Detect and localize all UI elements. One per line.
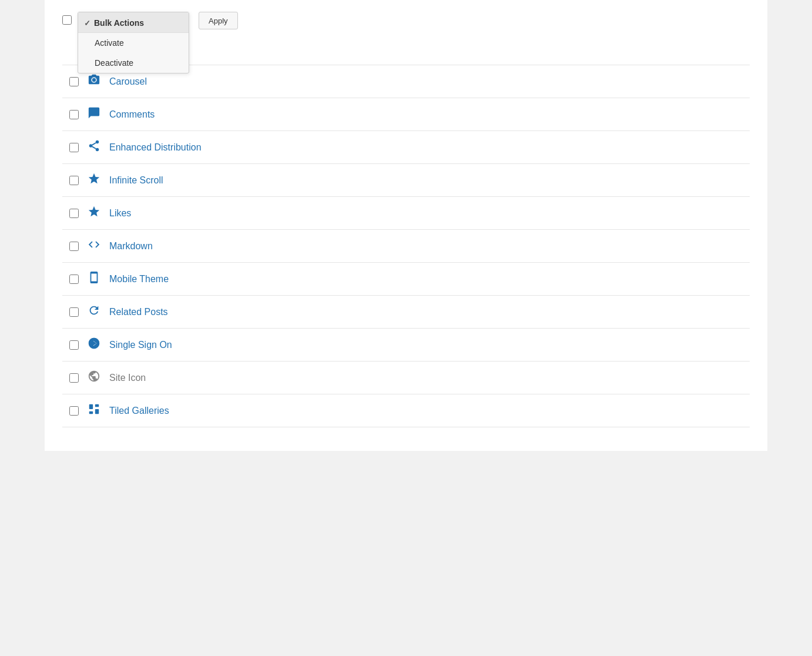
plugin-name-single-sign-on[interactable]: Single Sign On [109,340,172,350]
plugin-name-infinite-scroll[interactable]: Infinite Scroll [109,175,163,186]
plugin-cell-markdown: Markdown [62,230,750,262]
table-row: Single Sign On [62,329,750,362]
svg-point-3 [96,148,99,151]
plugin-cell-comments: Comments [62,98,750,130]
refresh-icon [87,304,101,320]
plugin-cell-single-sign-on: Single Sign On [62,329,750,361]
chat-icon [87,106,101,122]
svg-line-4 [92,146,96,149]
globe-icon [87,370,101,386]
plugin-cell-site-icon: Site Icon [62,362,750,394]
plugin-name-related-posts[interactable]: Related Posts [109,307,168,317]
plugin-name-tiled-galleries[interactable]: Tiled Galleries [109,406,169,416]
checkmark-icon: ✓ [84,19,90,28]
table-row: Infinite Scroll [62,164,750,197]
checkbox-enhanced-distribution[interactable] [69,143,79,152]
page-wrapper: ✓ Bulk Actions Activate Deactivate Apply… [45,0,767,451]
table-row: Related Posts [62,296,750,329]
plugin-name-likes[interactable]: Likes [109,208,131,219]
plugin-name-markdown[interactable]: Markdown [109,241,153,252]
svg-point-0 [92,78,96,82]
checkbox-single-sign-on[interactable] [69,340,79,350]
plugin-cell-mobile-theme: Mobile Theme [62,263,750,295]
plugin-cell-enhanced-distribution: Enhanced Distribution [62,131,750,163]
activate-option[interactable]: Activate [78,33,189,53]
plugin-name-comments[interactable]: Comments [109,109,155,120]
apply-button[interactable]: Apply [199,12,238,29]
grid-icon [87,403,101,419]
plugin-cell-infinite-scroll: Infinite Scroll [62,164,750,196]
star-icon [87,172,101,188]
svg-rect-7 [95,404,99,407]
plugin-name-enhanced-distribution[interactable]: Enhanced Distribution [109,142,202,153]
table-row: Enhanced Distribution [62,131,750,164]
checkbox-likes[interactable] [69,209,79,218]
bulk-actions-label: Bulk Actions [94,18,144,28]
bulk-actions-title[interactable]: ✓ Bulk Actions [78,12,189,33]
checkbox-related-posts[interactable] [69,307,79,317]
svg-point-1 [96,140,99,144]
checkbox-infinite-scroll[interactable] [69,176,79,185]
checkbox-tiled-galleries[interactable] [69,406,79,416]
camera-icon [87,73,101,89]
table-row: Markdown [62,230,750,263]
bulk-actions-dropdown: ✓ Bulk Actions Activate Deactivate [78,12,189,73]
plugin-name-mobile-theme[interactable]: Mobile Theme [109,274,169,285]
star-icon [87,205,101,221]
mobile-icon [87,271,101,287]
svg-rect-8 [95,409,99,414]
svg-point-2 [89,144,93,148]
table-row: Tiled Galleries [62,394,750,427]
table-row: Likes [62,197,750,230]
select-all-checkbox[interactable] [62,15,72,25]
code-icon [87,238,101,254]
svg-rect-9 [89,411,93,414]
svg-line-5 [92,143,96,145]
svg-rect-6 [89,404,93,409]
plugin-list: Carousel Comments Enhanced Distribution … [62,65,750,427]
checkbox-site-icon[interactable] [69,373,79,383]
checkbox-comments[interactable] [69,110,79,119]
checkbox-markdown[interactable] [69,242,79,251]
plugin-name-carousel[interactable]: Carousel [109,76,147,87]
plugin-cell-tiled-galleries: Tiled Galleries [62,394,750,427]
deactivate-option[interactable]: Deactivate [78,53,189,73]
plugin-name-site-icon[interactable]: Site Icon [109,373,146,383]
plugin-cell-related-posts: Related Posts [62,296,750,328]
share-icon [87,139,101,155]
top-bar: ✓ Bulk Actions Activate Deactivate Apply [62,12,750,29]
wordpress-icon [87,337,101,353]
checkbox-mobile-theme[interactable] [69,275,79,284]
checkbox-carousel[interactable] [69,77,79,86]
table-row: Site Icon [62,362,750,394]
plugin-cell-likes: Likes [62,197,750,229]
table-row: Mobile Theme [62,263,750,296]
table-row: Comments [62,98,750,131]
